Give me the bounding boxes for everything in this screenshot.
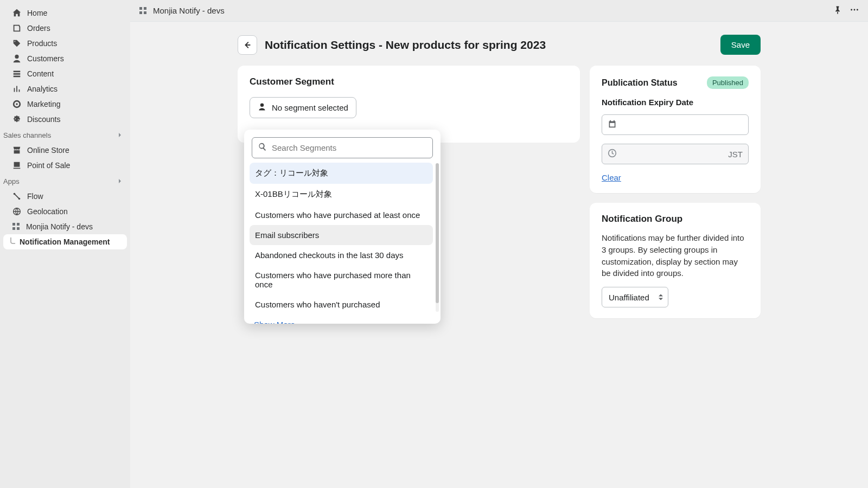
scrollbar[interactable]: [436, 163, 439, 312]
home-icon: [12, 8, 22, 18]
nav-label: Home: [27, 9, 47, 17]
show-more-link[interactable]: Show More: [248, 314, 434, 324]
section-label: Apps: [3, 177, 20, 185]
clear-link[interactable]: Clear: [602, 173, 621, 182]
segment-button-label: No segment selected: [272, 103, 348, 112]
status-badge: Published: [707, 76, 749, 89]
segment-option[interactable]: Customers who have purchased at least on…: [250, 205, 433, 225]
svg-point-11: [851, 9, 852, 11]
analytics-icon: [12, 84, 22, 94]
channel-online-store[interactable]: Online Store: [3, 143, 127, 158]
nav-marketing[interactable]: Marketing: [3, 97, 127, 112]
left-column: Customer Segment No segment selected: [238, 66, 580, 328]
marketing-icon: [12, 99, 22, 109]
nav-label: Customers: [27, 54, 64, 63]
expiry-time-input[interactable]: JST: [602, 144, 749, 164]
topbar: Monjia Notify - devs: [130, 0, 868, 22]
nav-label: Discounts: [27, 115, 60, 124]
svg-rect-9: [139, 11, 142, 14]
app-monjia-notify[interactable]: Monjia Notify - devs: [3, 219, 127, 234]
products-icon: [12, 38, 22, 48]
publication-status-card: Publication Status Published Notificatio…: [590, 66, 761, 193]
svg-point-12: [854, 9, 856, 11]
main: Monjia Notify - devs Notification Settin…: [130, 0, 868, 488]
segment-option[interactable]: Abandoned checkouts in the last 30 days: [250, 245, 433, 265]
nav-label: Geolocation: [27, 207, 68, 216]
pos-icon: [12, 160, 22, 170]
sub-notification-management[interactable]: Notification Management: [3, 234, 127, 249]
svg-rect-7: [139, 7, 142, 10]
search-input-wrap[interactable]: [252, 137, 433, 158]
app-geolocation[interactable]: Geolocation: [3, 204, 127, 219]
nav-content[interactable]: Content: [3, 66, 127, 81]
segment-option[interactable]: Email subscribers: [250, 225, 433, 245]
nav-label: Point of Sale: [27, 161, 70, 170]
svg-rect-4: [17, 223, 20, 226]
save-button[interactable]: Save: [720, 35, 761, 55]
segment-select-button[interactable]: No segment selected: [250, 97, 356, 118]
right-column: Publication Status Published Notificatio…: [590, 66, 761, 328]
chevron-right-icon: [117, 177, 123, 185]
segment-popover: タグ：リコール対象 X-01BBリコール対象 Customers who hav…: [244, 130, 441, 324]
flow-icon: [12, 191, 22, 201]
scroll-thumb[interactable]: [436, 163, 439, 303]
nav-label: Flow: [27, 192, 43, 201]
expiry-label: Notification Expiry Date: [602, 98, 749, 107]
segment-search-input[interactable]: [272, 143, 427, 152]
more-icon[interactable]: [850, 5, 859, 16]
content: Notification Settings - New products for…: [130, 22, 868, 488]
segment-option-list: タグ：リコール対象 X-01BBリコール対象 Customers who hav…: [248, 163, 436, 324]
store-icon: [12, 145, 22, 155]
section-label: Sales channels: [3, 131, 51, 139]
apps-header[interactable]: Apps: [0, 173, 130, 189]
back-button[interactable]: [238, 35, 257, 55]
discounts-icon: [12, 114, 22, 124]
nav-products[interactable]: Products: [3, 36, 127, 51]
channel-pos[interactable]: Point of Sale: [3, 158, 127, 173]
apps-grid-icon: [139, 7, 148, 15]
page-header: Notification Settings - New products for…: [238, 35, 761, 55]
topbar-left: Monjia Notify - devs: [139, 6, 225, 15]
sales-channels-header[interactable]: Sales channels: [0, 127, 130, 143]
group-selected-label: Unaffiliated: [609, 293, 649, 302]
svg-rect-5: [12, 227, 15, 230]
calendar-icon: [608, 119, 617, 130]
nav-analytics[interactable]: Analytics: [3, 81, 127, 97]
nav-home[interactable]: Home: [3, 5, 127, 21]
nav-label: Products: [27, 39, 57, 48]
nav-orders[interactable]: Orders: [3, 21, 127, 36]
segment-option[interactable]: Customers who have purchased more than o…: [250, 265, 433, 294]
group-select[interactable]: Unaffiliated: [602, 287, 668, 307]
sub-label: Notification Management: [20, 237, 110, 246]
nav-label: Online Store: [27, 146, 69, 155]
svg-point-13: [857, 9, 858, 11]
person-icon: [258, 102, 266, 113]
group-description: Notifications may be further divided int…: [602, 232, 749, 279]
segment-option[interactable]: タグ：リコール対象: [250, 163, 433, 184]
orders-icon: [12, 23, 22, 33]
clock-icon: [608, 149, 617, 159]
select-updown-icon: [659, 294, 663, 300]
page-title: Notification Settings - New products for…: [265, 38, 546, 52]
search-icon: [258, 142, 267, 153]
segment-option[interactable]: Customers who haven't purchased: [250, 294, 433, 314]
content-icon: [12, 69, 22, 79]
svg-rect-3: [12, 223, 15, 226]
nav-label: Content: [27, 69, 54, 78]
tz-label: JST: [728, 150, 743, 159]
topbar-right: [833, 5, 859, 16]
pin-icon[interactable]: [833, 5, 842, 16]
nav-discounts[interactable]: Discounts: [3, 112, 127, 127]
app-flow[interactable]: Flow: [3, 189, 127, 204]
svg-rect-8: [144, 7, 146, 10]
expiry-date-input[interactable]: [602, 114, 749, 135]
nav-label: Analytics: [27, 85, 58, 93]
notification-group-card: Notification Group Notifications may be …: [590, 203, 761, 318]
nav-label: Orders: [27, 24, 50, 33]
nav-customers[interactable]: Customers: [3, 51, 127, 66]
svg-rect-10: [144, 11, 146, 14]
arrow-left-icon: [242, 40, 252, 50]
segment-option[interactable]: X-01BBリコール対象: [250, 184, 433, 205]
status-label: Publication Status: [602, 78, 678, 88]
card-title: Notification Group: [602, 214, 749, 224]
